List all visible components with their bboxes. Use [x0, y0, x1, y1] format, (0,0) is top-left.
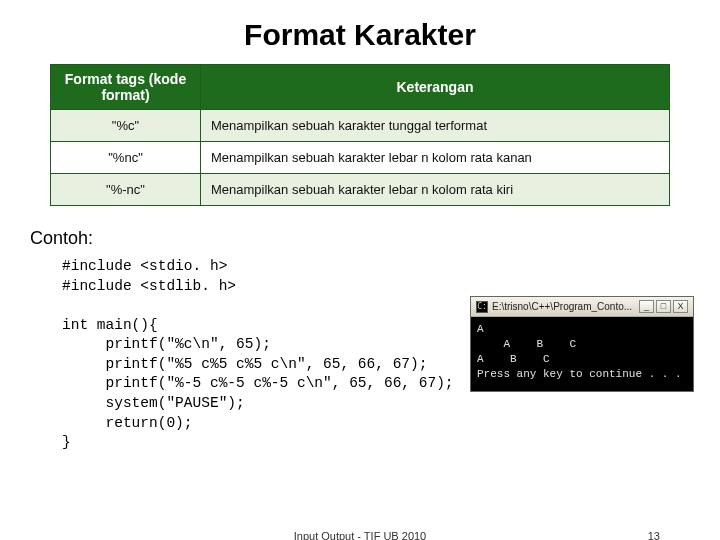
contoh-label: Contoh: — [30, 228, 720, 249]
close-button[interactable]: X — [673, 300, 688, 313]
table-header-format-tags: Format tags (kode format) — [51, 65, 201, 110]
console-icon: C: — [476, 301, 488, 313]
console-title: E:\trisno\C++\Program_Conto... — [492, 301, 635, 312]
table-row: "%nc" Menampilkan sebuah karakter lebar … — [51, 142, 670, 174]
slide-title: Format Karakter — [0, 0, 720, 64]
format-table: Format tags (kode format) Keterangan "%c… — [50, 64, 670, 206]
table-row: "%-nc" Menampilkan sebuah karakter lebar… — [51, 174, 670, 206]
minimize-button[interactable]: _ — [639, 300, 654, 313]
cell-desc: Menampilkan sebuah karakter lebar n kolo… — [201, 142, 670, 174]
table-header-keterangan: Keterangan — [201, 65, 670, 110]
footer-text: Input Output - TIF UB 2010 — [0, 530, 720, 540]
cell-desc: Menampilkan sebuah karakter tunggal terf… — [201, 110, 670, 142]
console-window: C: E:\trisno\C++\Program_Conto... _ □ X … — [470, 296, 694, 392]
table-row: "%c" Menampilkan sebuah karakter tunggal… — [51, 110, 670, 142]
cell-code: "%-nc" — [51, 174, 201, 206]
console-output: A A B C A B C Press any key to continue … — [471, 317, 693, 391]
cell-code: "%c" — [51, 110, 201, 142]
maximize-button[interactable]: □ — [656, 300, 671, 313]
cell-code: "%nc" — [51, 142, 201, 174]
cell-desc: Menampilkan sebuah karakter lebar n kolo… — [201, 174, 670, 206]
console-titlebar: C: E:\trisno\C++\Program_Conto... _ □ X — [471, 297, 693, 317]
page-number: 13 — [648, 530, 660, 540]
